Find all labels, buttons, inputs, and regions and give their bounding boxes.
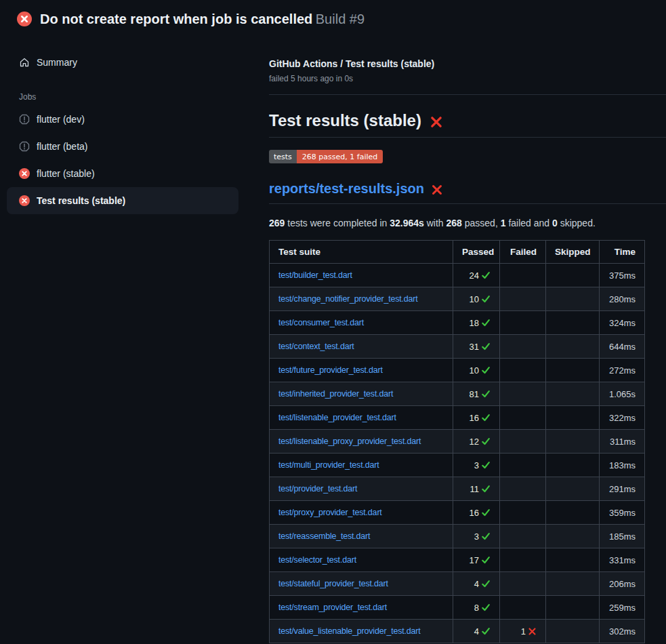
count: 10 bbox=[470, 365, 479, 376]
time-cell: 359ms bbox=[600, 501, 645, 525]
build-number: Build #9 bbox=[316, 12, 365, 26]
test-suite-link[interactable]: test/listenable_proxy_provider_test.dart bbox=[278, 437, 421, 446]
jobs-list: flutter (dev) flutter (beta) flutter (st… bbox=[0, 106, 251, 214]
summary-fragment: skipped. bbox=[558, 218, 596, 228]
skipped-cell bbox=[546, 430, 600, 454]
time-cell: 259ms bbox=[600, 596, 645, 620]
time-cell: 375ms bbox=[600, 264, 645, 287]
count: 3 bbox=[474, 460, 479, 470]
test-suite-cell: test/context_test.dart bbox=[270, 335, 453, 359]
sidebar-item-summary[interactable]: Summary bbox=[0, 49, 251, 76]
sidebar-item-test-results-stable[interactable]: Test results (stable) bbox=[7, 187, 238, 214]
failed-cell bbox=[500, 572, 546, 596]
table-row: test/future_provider_test.dart10 272ms bbox=[270, 359, 645, 382]
badge-value: 268 passed, 1 failed bbox=[297, 150, 383, 163]
sidebar-item-flutter-stable[interactable]: flutter (stable) bbox=[0, 160, 251, 187]
column-header-time: Time bbox=[600, 241, 645, 264]
test-suite-cell: test/selector_test.dart bbox=[270, 548, 453, 572]
time-cell: 1.065s bbox=[600, 382, 645, 406]
failed-cell bbox=[500, 287, 546, 311]
sidebar-item-label: flutter (dev) bbox=[37, 115, 85, 124]
skipped-cell bbox=[546, 572, 600, 596]
test-suite-link[interactable]: test/reassemble_test.dart bbox=[278, 531, 370, 541]
check-icon bbox=[481, 413, 491, 422]
test-suite-link[interactable]: test/value_listenable_provider_test.dart bbox=[278, 626, 421, 636]
check-icon bbox=[481, 531, 491, 541]
table-row: test/change_notifier_provider_test.dart1… bbox=[270, 287, 645, 311]
check-icon bbox=[481, 460, 491, 470]
app-header: Do not create report when job is cancell… bbox=[0, 0, 666, 38]
table-row: test/proxy_provider_test.dart16 359ms bbox=[270, 501, 645, 525]
passed-cell: 16 bbox=[453, 406, 500, 430]
test-suite-link[interactable]: test/builder_test.dart bbox=[278, 270, 352, 280]
test-suite-link[interactable]: test/consumer_test.dart bbox=[278, 318, 364, 327]
passed-cell: 81 bbox=[453, 382, 500, 406]
passed-cell: 11 bbox=[453, 477, 500, 501]
test-suite-link[interactable]: test/selector_test.dart bbox=[278, 555, 356, 565]
table-row: test/consumer_test.dart18 324ms bbox=[270, 311, 645, 335]
test-suite-link[interactable]: test/future_provider_test.dart bbox=[278, 365, 383, 375]
test-suite-link[interactable]: test/provider_test.dart bbox=[278, 484, 357, 494]
failed-cell bbox=[500, 406, 546, 430]
time-cell: 331ms bbox=[600, 548, 645, 572]
count: 16 bbox=[470, 508, 479, 518]
test-suite-cell: test/future_provider_test.dart bbox=[270, 359, 453, 382]
passed-cell: 18 bbox=[453, 311, 500, 335]
table-row: test/inherited_provider_test.dart81 1.06… bbox=[270, 382, 645, 406]
failed-cell bbox=[500, 264, 546, 287]
table-row: test/selector_test.dart17 331ms bbox=[270, 548, 645, 572]
check-icon bbox=[481, 508, 491, 517]
check-icon bbox=[481, 437, 491, 446]
home-icon bbox=[19, 57, 30, 68]
test-suite-cell: test/stream_provider_test.dart bbox=[270, 596, 453, 620]
test-suite-link[interactable]: test/proxy_provider_test.dart bbox=[278, 508, 382, 517]
count: 8 bbox=[474, 603, 479, 613]
cross-mark-icon bbox=[430, 115, 443, 129]
column-header-failed: Failed bbox=[500, 241, 546, 264]
time-cell: 272ms bbox=[600, 359, 645, 382]
passed-cell: 24 bbox=[453, 264, 500, 287]
sidebar-item-label: flutter (stable) bbox=[37, 169, 95, 178]
time-cell: 291ms bbox=[600, 477, 645, 501]
cross-mark-icon bbox=[528, 627, 537, 636]
report-link[interactable]: reports/test-results.json bbox=[269, 181, 424, 197]
check-icon bbox=[481, 626, 491, 636]
x-circle-icon bbox=[17, 12, 32, 26]
test-suite-cell: test/multi_provider_test.dart bbox=[270, 454, 453, 477]
skipped-cell bbox=[546, 287, 600, 311]
summary-fragment: failed and bbox=[506, 218, 553, 228]
sidebar-item-flutter-beta[interactable]: flutter (beta) bbox=[0, 133, 251, 160]
skipped-cell bbox=[546, 548, 600, 572]
test-suite-link[interactable]: test/stateful_provider_test.dart bbox=[278, 579, 388, 588]
count: 81 bbox=[470, 389, 479, 399]
failed-cell bbox=[500, 430, 546, 454]
test-suite-link[interactable]: test/inherited_provider_test.dart bbox=[278, 389, 393, 399]
failed-cell bbox=[500, 501, 546, 525]
table-row: test/reassemble_test.dart3 185ms bbox=[270, 525, 645, 548]
test-suite-cell: test/change_notifier_provider_test.dart bbox=[270, 287, 453, 311]
x-circle-icon bbox=[19, 168, 30, 179]
test-suite-link[interactable]: test/multi_provider_test.dart bbox=[278, 460, 379, 470]
test-suite-cell: test/reassemble_test.dart bbox=[270, 525, 453, 548]
summary-number: 0 bbox=[552, 218, 558, 228]
test-suite-cell: test/consumer_test.dart bbox=[270, 311, 453, 335]
test-suite-link[interactable]: test/change_notifier_provider_test.dart bbox=[278, 294, 418, 304]
results-table: Test suitePassedFailedSkippedTime test/b… bbox=[269, 240, 645, 643]
summary-fragment: with bbox=[424, 218, 446, 228]
table-row: test/provider_test.dart11 291ms bbox=[270, 477, 645, 501]
table-row: test/listenable_proxy_provider_test.dart… bbox=[270, 430, 645, 454]
test-suite-link[interactable]: test/context_test.dart bbox=[278, 342, 354, 351]
count: 10 bbox=[470, 294, 479, 304]
count: 17 bbox=[470, 555, 479, 565]
test-suite-link[interactable]: test/stream_provider_test.dart bbox=[278, 603, 387, 612]
test-suite-link[interactable]: test/listenable_provider_test.dart bbox=[278, 413, 396, 422]
passed-cell: 10 bbox=[453, 359, 500, 382]
sidebar-item-flutter-dev[interactable]: flutter (dev) bbox=[0, 106, 251, 133]
column-header-skipped: Skipped bbox=[546, 241, 600, 264]
passed-cell: 10 bbox=[453, 287, 500, 311]
count: 3 bbox=[474, 531, 479, 542]
passed-cell: 8 bbox=[453, 596, 500, 620]
table-row: test/listenable_provider_test.dart16 322… bbox=[270, 406, 645, 430]
time-cell: 185ms bbox=[600, 525, 645, 548]
badge-label: tests bbox=[269, 150, 297, 163]
